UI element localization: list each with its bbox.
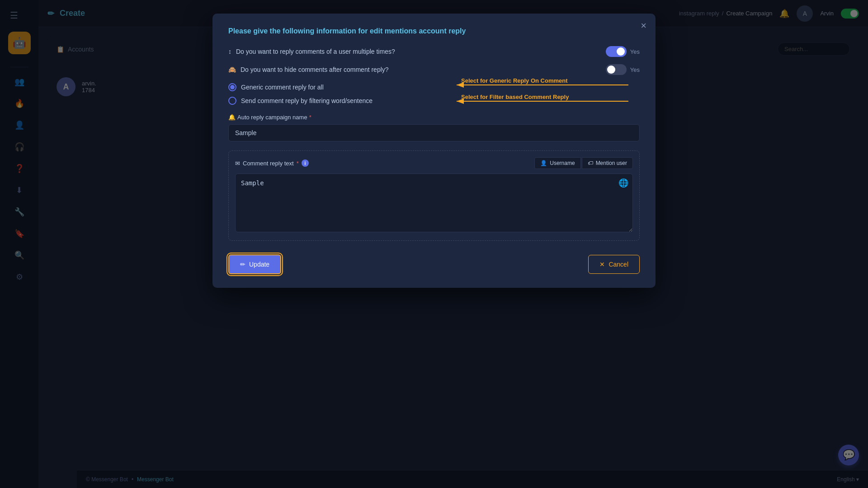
reply-text-label: ✉ Comment reply text * i (235, 160, 309, 167)
user-icon-btn: 👤 (540, 160, 547, 166)
update-button[interactable]: ✏ Update (228, 254, 281, 274)
mention-user-button[interactable]: 🏷 Mention user (582, 157, 633, 169)
x-icon-btn: ✕ (599, 261, 605, 268)
required-star-1: * (309, 114, 311, 121)
toggle-2-yes-label: Yes (630, 66, 640, 73)
radio-section: Generic comment reply for all Send comme… (228, 83, 640, 105)
reply-box-header: ✉ Comment reply text * i 👤 Username 🏷 Me… (235, 157, 633, 169)
toggle-2-label-area: 🙈 Do you want to hide comments after com… (228, 66, 389, 73)
toggle-2-icon: 🙈 (228, 66, 236, 73)
radio-circle-2[interactable] (228, 97, 236, 105)
bell-small-icon: 🔔 (228, 114, 236, 121)
tag-icon: 🏷 (588, 160, 593, 166)
campaign-name-label: 🔔 Auto reply campaign name * (228, 114, 640, 121)
emoji-icon[interactable]: 🌐 (618, 178, 628, 188)
required-star-2: * (297, 160, 299, 167)
reply-text-section: ✉ Comment reply text * i 👤 Username 🏷 Me… (228, 150, 640, 241)
username-button[interactable]: 👤 Username (534, 157, 580, 169)
toggle-row-2: 🙈 Do you want to hide comments after com… (228, 64, 640, 75)
radio-label-1: Generic comment reply for all (241, 84, 324, 91)
toggle-1-control: Yes (606, 46, 640, 57)
toggle-row-1: ↕ Do you want to reply comments of a use… (228, 46, 640, 57)
toggle-1-label-area: ↕ Do you want to reply comments of a use… (228, 48, 395, 55)
toggle-1-yes-label: Yes (630, 48, 640, 55)
toggle-1-switch[interactable] (606, 46, 627, 57)
reply-textarea[interactable]: Sample (235, 174, 633, 232)
modal-overlay: × Please give the following information … (0, 0, 868, 488)
radio-circle-1[interactable] (228, 83, 236, 91)
radio-label-2: Send comment reply by filtering word/sen… (241, 97, 373, 104)
toggle-2-switch[interactable] (606, 64, 627, 75)
campaign-name-input[interactable] (228, 124, 640, 141)
cancel-button[interactable]: ✕ Cancel (588, 255, 640, 274)
reply-actions: 👤 Username 🏷 Mention user (534, 157, 633, 169)
toggle-1-icon: ↕ (228, 48, 231, 55)
toggle-2-control: Yes (606, 64, 640, 75)
toggle-1-label: Do you want to reply comments of a user … (236, 48, 395, 55)
edit-icon-btn: ✏ (240, 261, 245, 268)
radio-option-filter[interactable]: Send comment reply by filtering word/sen… (228, 97, 640, 105)
toggle-2-label: Do you want to hide comments after comme… (241, 66, 389, 73)
modal-footer: ✏ Update ✕ Cancel (228, 254, 640, 274)
modal-title: Please give the following information fo… (228, 27, 640, 35)
radio-option-generic[interactable]: Generic comment reply for all (228, 83, 640, 91)
info-icon[interactable]: i (302, 160, 309, 167)
campaign-name-section: 🔔 Auto reply campaign name * (228, 114, 640, 141)
envelope-icon: ✉ (235, 160, 240, 167)
close-button[interactable]: × (641, 21, 646, 31)
modal-dialog: × Please give the following information … (212, 14, 656, 288)
textarea-wrapper: Sample 🌐 (235, 174, 633, 234)
